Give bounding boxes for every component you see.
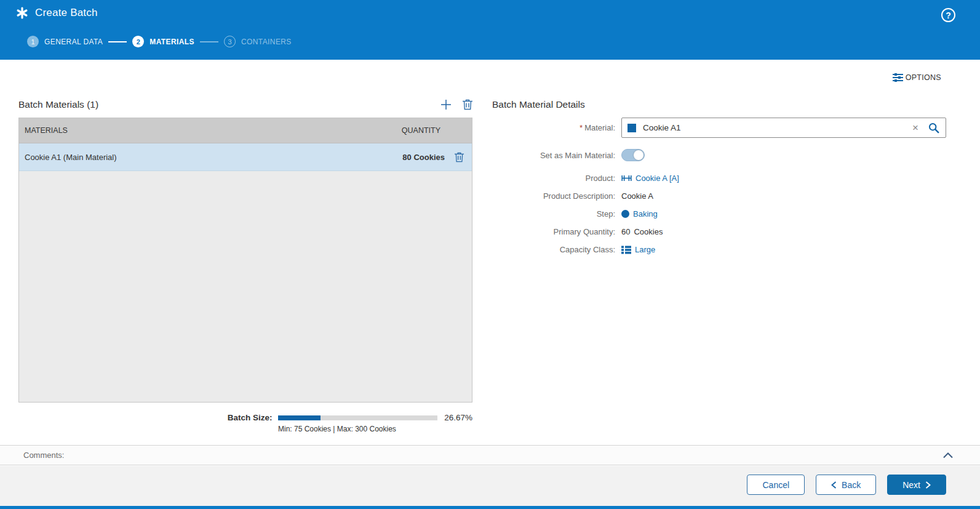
material-value: Cookie A1 (643, 123, 909, 132)
material-name-cell: Cookie A1 (Main Material) (19, 153, 402, 162)
product-description-value: Cookie A (621, 191, 653, 201)
step-materials[interactable]: 2 MATERIALS (132, 36, 194, 47)
primary-quantity-unit: Cookies (634, 227, 663, 236)
next-button[interactable]: Next (887, 475, 946, 495)
capacity-class-icon (621, 246, 631, 254)
product-label: Product: (492, 174, 615, 183)
dialog-footer: Cancel Back Next (0, 466, 980, 509)
batch-size-fill (278, 415, 321, 420)
options-label: OPTIONS (906, 73, 941, 82)
product-bom-icon (621, 174, 632, 183)
collapse-comments-button[interactable] (943, 452, 953, 459)
step-connector (108, 41, 127, 42)
primary-quantity-label: Primary Quantity: (492, 227, 615, 236)
material-label: *Material: (492, 123, 615, 132)
create-batch-dialog: Create Batch ? 1 GENERAL DATA 2 MATERIAL… (0, 0, 980, 509)
comments-section: Comments: (0, 445, 980, 465)
chevron-up-icon (943, 452, 953, 459)
help-icon[interactable]: ? (941, 8, 955, 22)
material-input[interactable]: Cookie A1 × (621, 118, 946, 138)
cancel-button[interactable]: Cancel (747, 475, 805, 495)
search-icon[interactable] (922, 122, 941, 134)
column-materials: MATERIALS (19, 126, 402, 135)
add-material-button[interactable] (440, 98, 452, 111)
dialog-header: Create Batch ? 1 GENERAL DATA 2 MATERIAL… (0, 0, 980, 60)
sliders-icon (893, 73, 903, 82)
step-1-circle: 1 (27, 36, 39, 47)
capacity-class-link[interactable]: Large (621, 245, 655, 254)
set-main-material-label: Set as Main Material: (492, 151, 615, 160)
clear-icon[interactable]: × (909, 122, 922, 133)
step-connector (200, 41, 218, 42)
product-link[interactable]: Cookie A [A] (621, 174, 679, 183)
trash-icon (463, 99, 472, 110)
step-circle-icon (621, 210, 629, 218)
plus-icon (440, 98, 452, 111)
delete-material-button[interactable] (463, 99, 472, 110)
step-3-circle: 3 (224, 36, 236, 47)
material-quantity-cell: 80 Cookies (402, 153, 445, 162)
chevron-left-icon (831, 481, 837, 489)
comments-label: Comments: (23, 451, 64, 460)
chevron-right-icon (925, 481, 931, 489)
step-containers[interactable]: 3 CONTAINERS (224, 36, 292, 47)
batch-asterisk-icon (16, 7, 28, 19)
step-2-circle: 2 (132, 36, 144, 47)
trash-icon (455, 152, 464, 162)
material-type-icon (627, 124, 636, 132)
set-main-material-toggle[interactable] (621, 149, 645, 161)
step-general-data[interactable]: 1 GENERAL DATA (27, 36, 103, 47)
step-link[interactable]: Baking (621, 209, 658, 218)
batch-materials-title: Batch Materials (1) (18, 99, 98, 110)
table-row[interactable]: Cookie A1 (Main Material) 80 Cookies (19, 143, 472, 171)
step-label: Step: (492, 209, 615, 218)
materials-table: MATERIALS QUANTITY Cookie A1 (Main Mater… (18, 118, 472, 403)
page-title: Create Batch (35, 7, 98, 19)
details-title: Batch Material Details (492, 95, 960, 114)
options-button[interactable]: OPTIONS (893, 73, 941, 82)
batch-materials-panel: Batch Materials (1) MATERIALS (18, 95, 472, 433)
column-quantity: QUANTITY (402, 126, 472, 135)
product-description-label: Product Description: (492, 191, 615, 201)
bottom-accent-bar (0, 506, 980, 509)
batch-size-progressbar (278, 415, 438, 420)
wizard-steps: 1 GENERAL DATA 2 MATERIALS 3 CONTAINERS (27, 36, 292, 47)
required-asterisk: * (580, 123, 583, 132)
batch-size-section: Batch Size: 26.67% (18, 413, 472, 422)
capacity-class-label: Capacity Class: (492, 245, 615, 254)
batch-size-range: Min: 75 Cookies | Max: 300 Cookies (278, 425, 472, 433)
back-button[interactable]: Back (816, 475, 876, 495)
primary-quantity-value: 60 (621, 227, 630, 236)
row-delete-button[interactable] (455, 152, 464, 162)
materials-table-header: MATERIALS QUANTITY (19, 118, 472, 143)
batch-size-percent: 26.67% (444, 413, 472, 422)
batch-material-details-panel: Batch Material Details *Material: Cookie… (492, 95, 960, 263)
batch-size-label: Batch Size: (18, 413, 273, 422)
